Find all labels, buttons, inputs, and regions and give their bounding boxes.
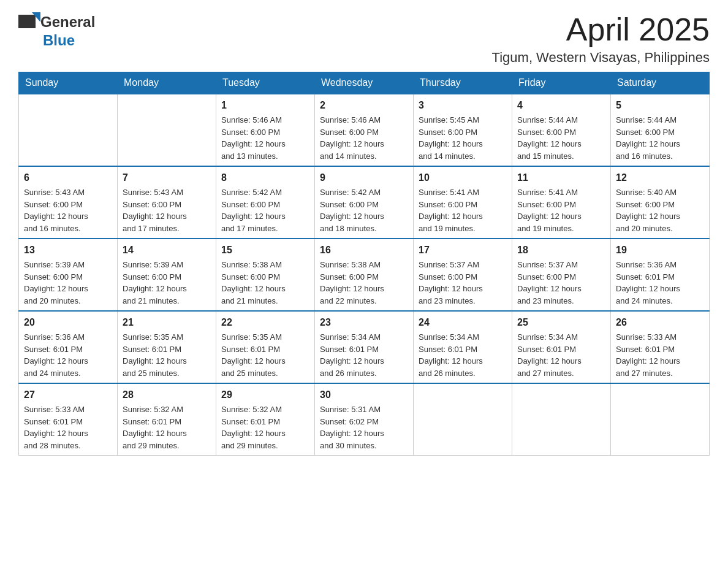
day-number: 6 <box>24 170 112 185</box>
logo-icon <box>18 12 40 32</box>
day-info: Sunrise: 5:42 AMSunset: 6:00 PMDaylight:… <box>221 186 309 234</box>
day-number: 13 <box>24 243 112 258</box>
day-info: Sunrise: 5:44 AMSunset: 6:00 PMDaylight:… <box>517 114 605 162</box>
day-info: Sunrise: 5:39 AMSunset: 6:00 PMDaylight:… <box>123 259 211 307</box>
week-row-4: 20Sunrise: 5:36 AMSunset: 6:01 PMDayligh… <box>19 311 710 383</box>
day-info: Sunrise: 5:44 AMSunset: 6:00 PMDaylight:… <box>616 114 704 162</box>
calendar-cell-4-6 <box>611 383 710 456</box>
day-info: Sunrise: 5:35 AMSunset: 6:01 PMDaylight:… <box>123 331 211 379</box>
calendar-cell-2-1: 14Sunrise: 5:39 AMSunset: 6:00 PMDayligh… <box>118 239 216 311</box>
day-number: 25 <box>517 315 605 330</box>
calendar-subtitle: Tigum, Western Visayas, Philippines <box>492 50 710 66</box>
day-info: Sunrise: 5:35 AMSunset: 6:01 PMDaylight:… <box>221 331 309 379</box>
calendar-cell-2-6: 19Sunrise: 5:36 AMSunset: 6:01 PMDayligh… <box>611 239 710 311</box>
page-header: General Blue April 2025 Tigum, Western V… <box>18 12 710 66</box>
calendar-title: April 2025 <box>492 12 710 47</box>
day-number: 18 <box>517 243 605 258</box>
day-number: 22 <box>221 315 309 330</box>
day-info: Sunrise: 5:33 AMSunset: 6:01 PMDaylight:… <box>616 331 704 379</box>
calendar-cell-1-3: 9Sunrise: 5:42 AMSunset: 6:00 PMDaylight… <box>315 166 414 239</box>
header-tuesday: Tuesday <box>216 72 315 94</box>
calendar-cell-4-4 <box>414 383 512 456</box>
day-number: 17 <box>419 243 507 258</box>
week-row-2: 6Sunrise: 5:43 AMSunset: 6:00 PMDaylight… <box>19 166 710 239</box>
day-number: 23 <box>320 315 408 330</box>
calendar-cell-3-1: 21Sunrise: 5:35 AMSunset: 6:01 PMDayligh… <box>118 311 216 383</box>
day-info: Sunrise: 5:37 AMSunset: 6:00 PMDaylight:… <box>517 259 605 307</box>
day-info: Sunrise: 5:32 AMSunset: 6:01 PMDaylight:… <box>123 404 211 451</box>
day-info: Sunrise: 5:31 AMSunset: 6:02 PMDaylight:… <box>320 404 408 451</box>
day-info: Sunrise: 5:46 AMSunset: 6:00 PMDaylight:… <box>221 114 309 162</box>
day-number: 20 <box>24 315 112 330</box>
day-info: Sunrise: 5:43 AMSunset: 6:00 PMDaylight:… <box>24 186 112 234</box>
week-row-5: 27Sunrise: 5:33 AMSunset: 6:01 PMDayligh… <box>19 383 710 456</box>
day-info: Sunrise: 5:39 AMSunset: 6:00 PMDaylight:… <box>24 259 112 307</box>
logo-general-text: General <box>40 13 95 31</box>
calendar-cell-0-4: 3Sunrise: 5:45 AMSunset: 6:00 PMDaylight… <box>414 94 512 166</box>
calendar-cell-0-0 <box>19 94 118 166</box>
day-number: 16 <box>320 243 408 258</box>
day-number: 24 <box>419 315 507 330</box>
svg-rect-0 <box>18 15 36 28</box>
calendar-cell-1-0: 6Sunrise: 5:43 AMSunset: 6:00 PMDaylight… <box>19 166 118 239</box>
day-info: Sunrise: 5:33 AMSunset: 6:01 PMDaylight:… <box>24 404 112 451</box>
day-info: Sunrise: 5:40 AMSunset: 6:00 PMDaylight:… <box>616 186 704 234</box>
calendar-cell-3-3: 23Sunrise: 5:34 AMSunset: 6:01 PMDayligh… <box>315 311 414 383</box>
day-number: 27 <box>24 388 112 402</box>
day-info: Sunrise: 5:43 AMSunset: 6:00 PMDaylight:… <box>123 186 211 234</box>
header-friday: Friday <box>512 72 611 94</box>
day-number: 11 <box>517 170 605 185</box>
day-number: 3 <box>419 98 507 113</box>
calendar-cell-3-4: 24Sunrise: 5:34 AMSunset: 6:01 PMDayligh… <box>414 311 512 383</box>
day-number: 9 <box>320 170 408 185</box>
day-info: Sunrise: 5:36 AMSunset: 6:01 PMDaylight:… <box>616 259 704 307</box>
calendar-cell-2-2: 15Sunrise: 5:38 AMSunset: 6:00 PMDayligh… <box>216 239 315 311</box>
calendar-cell-4-5 <box>512 383 611 456</box>
logo-blue-text: Blue <box>43 32 75 49</box>
calendar-cell-4-0: 27Sunrise: 5:33 AMSunset: 6:01 PMDayligh… <box>19 383 118 456</box>
calendar-cell-3-0: 20Sunrise: 5:36 AMSunset: 6:01 PMDayligh… <box>19 311 118 383</box>
calendar-cell-1-4: 10Sunrise: 5:41 AMSunset: 6:00 PMDayligh… <box>414 166 512 239</box>
day-info: Sunrise: 5:45 AMSunset: 6:00 PMDaylight:… <box>419 114 507 162</box>
calendar-cell-0-5: 4Sunrise: 5:44 AMSunset: 6:00 PMDaylight… <box>512 94 611 166</box>
day-number: 7 <box>123 170 211 185</box>
day-number: 28 <box>123 388 211 402</box>
calendar-cell-1-6: 12Sunrise: 5:40 AMSunset: 6:00 PMDayligh… <box>611 166 710 239</box>
day-number: 15 <box>221 243 309 258</box>
day-number: 30 <box>320 388 408 402</box>
day-number: 19 <box>616 243 704 258</box>
day-number: 1 <box>221 98 309 113</box>
day-info: Sunrise: 5:37 AMSunset: 6:00 PMDaylight:… <box>419 259 507 307</box>
day-number: 4 <box>517 98 605 113</box>
calendar-cell-1-2: 8Sunrise: 5:42 AMSunset: 6:00 PMDaylight… <box>216 166 315 239</box>
day-info: Sunrise: 5:34 AMSunset: 6:01 PMDaylight:… <box>320 331 408 379</box>
calendar-cell-0-3: 2Sunrise: 5:46 AMSunset: 6:00 PMDaylight… <box>315 94 414 166</box>
day-number: 5 <box>616 98 704 113</box>
day-number: 14 <box>123 243 211 258</box>
day-number: 10 <box>419 170 507 185</box>
day-number: 2 <box>320 98 408 113</box>
calendar-cell-3-5: 25Sunrise: 5:34 AMSunset: 6:01 PMDayligh… <box>512 311 611 383</box>
header-monday: Monday <box>118 72 216 94</box>
title-section: April 2025 Tigum, Western Visayas, Phili… <box>492 12 710 66</box>
day-info: Sunrise: 5:41 AMSunset: 6:00 PMDaylight:… <box>517 186 605 234</box>
day-number: 12 <box>616 170 704 185</box>
header-saturday: Saturday <box>611 72 710 94</box>
day-info: Sunrise: 5:34 AMSunset: 6:01 PMDaylight:… <box>419 331 507 379</box>
calendar-cell-3-6: 26Sunrise: 5:33 AMSunset: 6:01 PMDayligh… <box>611 311 710 383</box>
calendar-cell-4-1: 28Sunrise: 5:32 AMSunset: 6:01 PMDayligh… <box>118 383 216 456</box>
header-sunday: Sunday <box>19 72 118 94</box>
day-info: Sunrise: 5:42 AMSunset: 6:00 PMDaylight:… <box>320 186 408 234</box>
calendar-cell-2-3: 16Sunrise: 5:38 AMSunset: 6:00 PMDayligh… <box>315 239 414 311</box>
day-info: Sunrise: 5:46 AMSunset: 6:00 PMDaylight:… <box>320 114 408 162</box>
day-info: Sunrise: 5:38 AMSunset: 6:00 PMDaylight:… <box>320 259 408 307</box>
day-info: Sunrise: 5:38 AMSunset: 6:00 PMDaylight:… <box>221 259 309 307</box>
day-info: Sunrise: 5:34 AMSunset: 6:01 PMDaylight:… <box>517 331 605 379</box>
calendar-cell-1-1: 7Sunrise: 5:43 AMSunset: 6:00 PMDaylight… <box>118 166 216 239</box>
calendar-cell-0-2: 1Sunrise: 5:46 AMSunset: 6:00 PMDaylight… <box>216 94 315 166</box>
week-row-1: 1Sunrise: 5:46 AMSunset: 6:00 PMDaylight… <box>19 94 710 166</box>
week-row-3: 13Sunrise: 5:39 AMSunset: 6:00 PMDayligh… <box>19 239 710 311</box>
calendar-cell-3-2: 22Sunrise: 5:35 AMSunset: 6:01 PMDayligh… <box>216 311 315 383</box>
header-wednesday: Wednesday <box>315 72 414 94</box>
header-thursday: Thursday <box>414 72 512 94</box>
